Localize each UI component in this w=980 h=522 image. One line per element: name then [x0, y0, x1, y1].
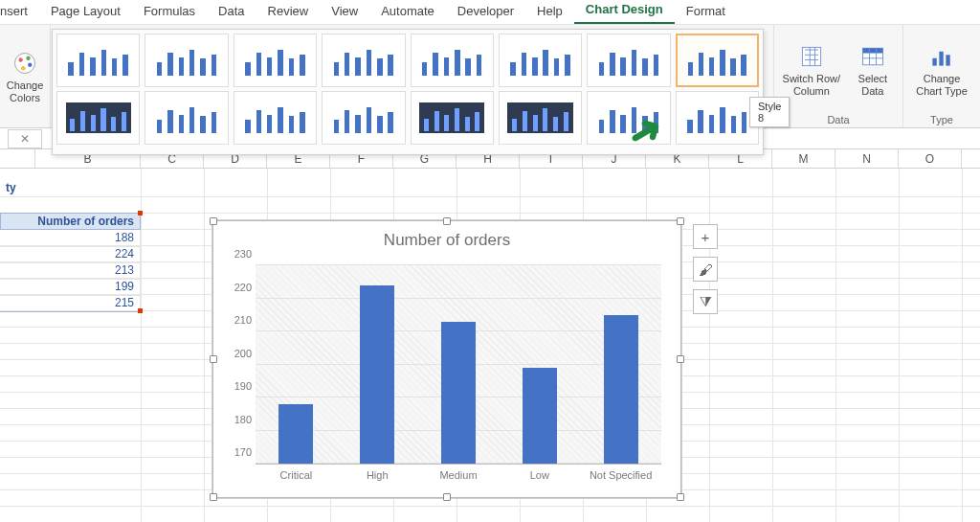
tab-chart-design[interactable]: Chart Design [574, 0, 675, 24]
x-tick-label: Not Specified [590, 469, 652, 481]
svg-rect-8 [932, 58, 936, 66]
tab-data[interactable]: Data [207, 0, 256, 24]
tab-insert[interactable]: nsert [0, 0, 39, 24]
y-tick-label: 190 [234, 380, 252, 392]
resize-handle[interactable] [210, 217, 217, 225]
chart-style-thumb[interactable] [145, 34, 228, 87]
y-tick-label: 180 [234, 414, 252, 425]
chart-style-thumb[interactable] [676, 34, 759, 87]
chart-style-thumb[interactable] [234, 91, 317, 145]
svg-rect-10 [946, 56, 949, 66]
partial-header: ty [0, 180, 19, 196]
col-o[interactable]: O [899, 149, 962, 168]
ribbon-tabs: nsert Page Layout Formulas Data Review V… [0, 0, 980, 25]
chart-side-buttons: + 🖌 ⧩ [693, 224, 718, 314]
svg-point-3 [28, 63, 32, 67]
chart-style-gallery[interactable]: Style 8 [52, 29, 764, 155]
tab-formulas[interactable]: Formulas [132, 0, 207, 24]
svg-point-4 [21, 66, 25, 70]
bar[interactable] [278, 404, 313, 464]
bar[interactable] [360, 285, 394, 464]
chart-style-thumb[interactable] [322, 34, 405, 87]
tab-view[interactable]: View [320, 0, 369, 24]
embedded-chart[interactable]: Number of orders 170180190200210220230Cr… [212, 220, 681, 498]
x-tick-label: Low [530, 469, 549, 481]
y-tick-label: 230 [234, 248, 252, 260]
tab-developer[interactable]: Developer [446, 0, 525, 24]
chart-style-thumb[interactable] [411, 91, 494, 145]
resize-handle[interactable] [677, 493, 684, 501]
y-tick-label: 200 [234, 348, 252, 359]
change-chart-type-button[interactable]: Change Chart Type [909, 35, 974, 106]
chart-style-thumb[interactable] [587, 91, 670, 145]
chart-style-thumb[interactable] [411, 34, 494, 87]
group-label-type: Type [909, 112, 974, 125]
chart-elements-button[interactable]: + [693, 224, 718, 249]
chart-style-thumb[interactable] [322, 91, 405, 145]
chart-style-thumb[interactable] [499, 34, 582, 87]
group-label-data: Data [780, 112, 897, 125]
chart-style-thumb[interactable] [56, 34, 140, 87]
x-tick-label: Medium [439, 469, 477, 481]
plot-area[interactable]: 170180190200210220230CriticalHighMediumL… [256, 265, 661, 465]
bar[interactable] [523, 368, 557, 464]
tab-help[interactable]: Help [525, 0, 574, 24]
select-data-icon [858, 43, 887, 70]
cancel-icon[interactable]: ✕ [8, 129, 42, 148]
fill-handle[interactable] [138, 211, 143, 216]
resize-handle[interactable] [677, 217, 684, 225]
fill-handle[interactable] [138, 308, 143, 313]
chart-style-thumb[interactable] [145, 91, 228, 145]
resize-handle[interactable] [443, 217, 451, 225]
svg-point-0 [15, 54, 35, 74]
tab-review[interactable]: Review [256, 0, 321, 24]
x-tick-label: Critical [280, 469, 313, 481]
y-tick-label: 210 [234, 314, 252, 326]
bar[interactable] [441, 322, 476, 464]
col-m[interactable]: M [772, 149, 835, 168]
tab-automate[interactable]: Automate [369, 0, 446, 24]
table-row[interactable]: 215 [0, 295, 141, 312]
table-row[interactable]: 213 [0, 262, 141, 280]
chart-style-thumb[interactable] [234, 34, 317, 87]
svg-point-2 [26, 57, 30, 60]
y-tick-label: 220 [234, 282, 252, 293]
tab-format[interactable]: Format [675, 0, 737, 24]
worksheet-area[interactable]: ty Number of orders 188 224 213 199 215 … [0, 169, 980, 522]
x-tick-label: High [367, 469, 389, 481]
chart-title[interactable]: Number of orders [213, 231, 680, 250]
table-row[interactable]: 224 [0, 246, 141, 263]
chart-styles-button[interactable]: 🖌 [693, 257, 718, 282]
switch-row-column-button[interactable]: Switch Row/ Column [780, 35, 843, 106]
chart-style-thumb[interactable] [587, 34, 670, 87]
palette-icon [11, 50, 39, 77]
tab-page-layout[interactable]: Page Layout [39, 0, 132, 24]
resize-handle[interactable] [210, 493, 217, 501]
y-tick-label: 170 [234, 446, 252, 458]
chart-style-thumb[interactable] [676, 91, 759, 145]
svg-point-1 [18, 58, 22, 62]
bar[interactable] [604, 315, 638, 464]
resize-handle[interactable] [443, 493, 451, 501]
table-row[interactable]: 199 [0, 279, 141, 296]
chart-filters-button[interactable]: ⧩ [693, 289, 718, 314]
change-colors-button[interactable]: Change Colors [6, 42, 44, 113]
col-n[interactable]: N [835, 149, 899, 168]
table-header-cell[interactable]: Number of orders [0, 213, 141, 230]
table-row[interactable]: 188 [0, 230, 141, 247]
chart-style-thumb[interactable] [499, 91, 582, 145]
chart-style-thumb[interactable] [56, 91, 140, 145]
style-tooltip: Style 8 [749, 97, 790, 127]
resize-handle[interactable] [677, 355, 684, 363]
resize-handle[interactable] [210, 355, 217, 363]
select-data-button[interactable]: Select Data [849, 35, 897, 106]
switch-icon [797, 43, 826, 70]
svg-rect-7 [862, 49, 882, 54]
chart-type-icon [927, 43, 956, 70]
svg-rect-9 [939, 52, 943, 66]
